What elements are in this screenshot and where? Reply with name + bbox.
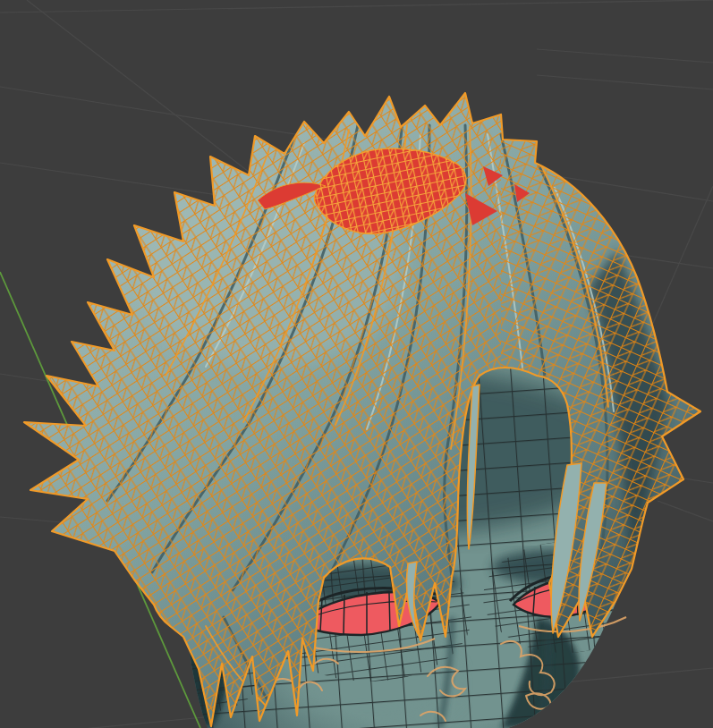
- 3d-viewport[interactable]: const data = JSON.parse(document.getElem…: [0, 0, 713, 728]
